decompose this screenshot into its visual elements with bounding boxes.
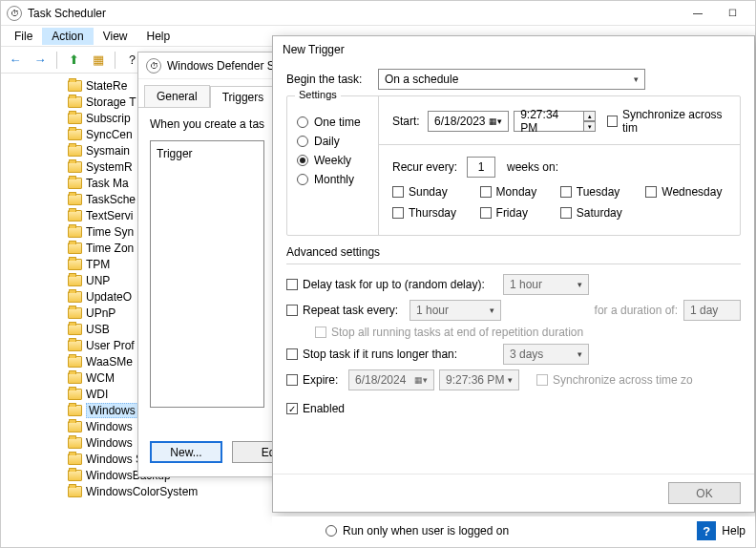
folder-icon: [68, 291, 82, 303]
cb-expire-sync: [536, 374, 548, 386]
menu-help[interactable]: Help: [137, 28, 180, 45]
folder-icon: [68, 470, 82, 481]
cb-wednesday[interactable]: [645, 186, 657, 198]
folder-icon: [68, 178, 82, 189]
folder-icon: [68, 80, 82, 92]
cb-repeat[interactable]: [286, 305, 298, 316]
schedule-column: Start: 6/18/2023▦▾ 9:27:34 PM ▴▾ Synchro…: [379, 96, 740, 235]
recur-input[interactable]: 1: [467, 157, 495, 178]
frequency-column: One time Daily Weekly Monthly: [287, 96, 379, 235]
folder-icon: [68, 210, 82, 221]
stop-end-label: Stop all running tasks at end of repetit…: [331, 326, 583, 339]
days-grid: Sunday Monday Tuesday Wednesday Thursday…: [392, 185, 732, 220]
expire-sync-label: Synchronize across time zo: [553, 373, 693, 387]
menu-action[interactable]: Action: [42, 28, 93, 45]
folder-icon: [68, 437, 82, 449]
advanced-settings-label: Advanced settings: [286, 245, 741, 259]
tree-item-label: StateRe: [86, 79, 127, 93]
expire-time-input[interactable]: 9:27:36 PM▾: [439, 369, 519, 390]
new-trigger-dialog: New Trigger Begin the task: On a schedul…: [272, 35, 755, 513]
window-controls: — ☐: [681, 3, 749, 24]
props-title-text: Windows Defender Sc: [167, 59, 281, 73]
separator: [56, 52, 57, 69]
expire-date-input[interactable]: 6/18/2024▦▾: [348, 369, 434, 390]
cb-delay[interactable]: [286, 279, 298, 290]
tree-item-label: SyncCen: [86, 128, 133, 141]
folder-icon: [68, 259, 82, 270]
time-spinner[interactable]: ▴▾: [583, 111, 597, 132]
stop-longer-combo[interactable]: 3 days▾: [503, 344, 589, 365]
tree-item-label: Time Syn: [86, 225, 134, 239]
radio-weekly[interactable]: [297, 155, 308, 166]
cb-saturday[interactable]: [560, 207, 572, 219]
radio-run-logged-on[interactable]: [326, 525, 337, 537]
begin-task-label: Begin the task:: [286, 73, 378, 86]
duration-label: for a duration of:: [595, 304, 678, 317]
recur-label: Recur every:: [392, 160, 467, 174]
folder-icon: [68, 356, 82, 368]
tree-item-label: Time Zon: [86, 242, 134, 255]
cb-tuesday[interactable]: [560, 186, 572, 198]
cb-enabled[interactable]: [286, 403, 298, 414]
tree-item[interactable]: WindowsColorSystem: [68, 483, 249, 499]
ok-button[interactable]: OK: [668, 482, 741, 504]
tree-item-label: Subscrip: [86, 112, 131, 125]
minimize-button[interactable]: —: [681, 3, 715, 24]
stop-longer-label: Stop task if it runs longer than:: [303, 348, 503, 361]
tree-item-label: TPM: [86, 258, 110, 271]
delay-label: Delay task for up to (random delay):: [303, 278, 503, 291]
cb-expire[interactable]: [286, 374, 298, 386]
start-label: Start:: [392, 115, 428, 128]
tree-item-label: WaaSMe: [86, 355, 133, 369]
folder-icon: [68, 242, 82, 254]
run-logged-label: Run only when user is logged on: [343, 524, 509, 537]
folder-icon: [68, 453, 82, 465]
repeat-combo[interactable]: 1 hour▾: [410, 300, 501, 321]
tree-item-label: USB: [86, 323, 110, 336]
folder-icon: [68, 421, 82, 432]
cb-thursday[interactable]: [392, 207, 404, 219]
new-trigger-button[interactable]: New...: [150, 441, 222, 463]
tree-item-label: UpdateO: [86, 290, 132, 304]
radio-monthly[interactable]: [297, 174, 308, 185]
start-date-input[interactable]: 6/18/2023▦▾: [428, 111, 509, 132]
app-title: Task Scheduler: [28, 7, 681, 20]
help-icon[interactable]: ?: [697, 521, 716, 540]
radio-daily[interactable]: [297, 136, 308, 147]
menu-file[interactable]: File: [5, 28, 42, 45]
tree-item-label: UNP: [86, 274, 110, 287]
tab-general[interactable]: General: [144, 85, 210, 107]
new-trigger-title: New Trigger: [273, 36, 754, 63]
folder-icon: [68, 340, 82, 351]
tree-item-label: User Prof: [86, 339, 135, 352]
duration-combo[interactable]: 1 day: [683, 300, 741, 321]
delay-combo[interactable]: 1 hour▾: [503, 274, 589, 295]
menu-view[interactable]: View: [94, 28, 137, 45]
bottom-strip: Run only when user is logged on ? Help: [272, 516, 755, 545]
properties-button[interactable]: ▦: [88, 50, 109, 71]
back-button[interactable]: ←: [5, 50, 26, 71]
tree-item-label: Windows: [86, 420, 133, 433]
new-trigger-body: Begin the task: On a schedule ▾ Settings…: [273, 63, 754, 474]
folder-icon: [68, 324, 82, 335]
schedule-settings-group: Settings One time Daily Weekly Monthly S…: [286, 95, 741, 236]
trigger-list[interactable]: Trigger: [150, 140, 264, 408]
tab-triggers[interactable]: Triggers: [210, 86, 277, 108]
cb-monday[interactable]: [480, 186, 492, 198]
help-label[interactable]: Help: [722, 524, 746, 537]
sync-tz-checkbox[interactable]: [607, 116, 618, 127]
sync-tz-label: Synchronize across tim: [622, 108, 732, 135]
cb-stop-longer[interactable]: [286, 348, 298, 360]
folder-icon: [68, 194, 82, 205]
folder-icon: [68, 486, 82, 497]
cb-sunday[interactable]: [392, 186, 404, 198]
tree-item-label: Sysmain: [86, 144, 130, 158]
radio-one-time[interactable]: [297, 116, 308, 128]
forward-button[interactable]: →: [30, 50, 51, 71]
maximize-button[interactable]: ☐: [715, 3, 749, 24]
begin-task-dropdown[interactable]: On a schedule ▾: [378, 69, 645, 90]
up-button[interactable]: ⬆: [63, 50, 84, 71]
tree-item-label: Task Ma: [86, 177, 129, 190]
start-time-input[interactable]: 9:27:34 PM: [514, 111, 583, 132]
cb-friday[interactable]: [480, 207, 492, 219]
